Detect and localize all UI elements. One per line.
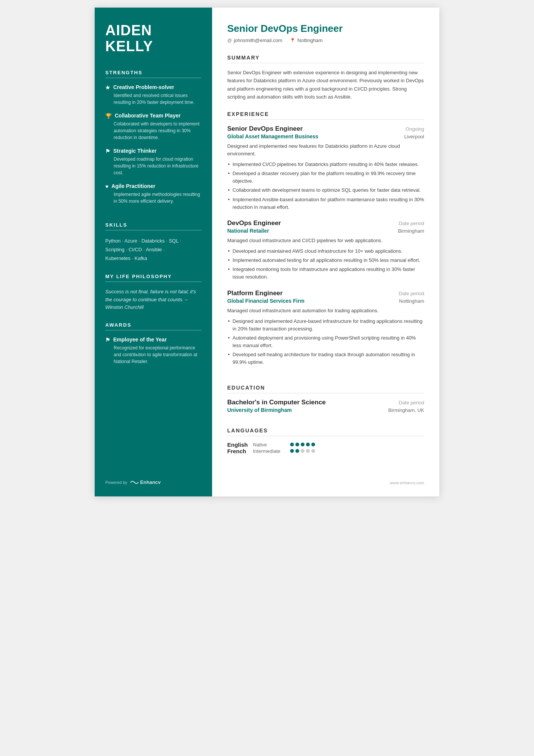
summary-text: Senior DevOps Engineer with extensive ex… <box>227 69 424 101</box>
main-footer: www.enhancv.com <box>227 473 424 485</box>
strength-3-desc: Developed roadmap for cloud migration re… <box>105 156 201 176</box>
lang-english-dots <box>290 443 315 446</box>
main-header: Senior DevOps Engineer @ johnsmith@email… <box>227 23 424 43</box>
edu-1-degree: Bachelor's in Computer Science <box>227 399 326 406</box>
education-title: EDUCATION <box>227 385 424 393</box>
exp-1-bullets: Implemented CI/CD pipelines for Databric… <box>227 161 424 211</box>
location-value: Nottingham <box>297 38 322 43</box>
strength-4-desc: Implemented agile methodologies resultin… <box>105 191 201 205</box>
dot <box>290 449 294 453</box>
exp-1-company: Global Asset Management Business <box>227 133 319 139</box>
strength-item-3: ⚑ Strategic Thinker Developed roadmap fo… <box>105 148 201 176</box>
lang-french-level: Intermediate <box>253 448 287 454</box>
award-flag-icon: ⚑ <box>105 337 110 343</box>
strength-item-4: ♥ Agile Practitioner Implemented agile m… <box>105 183 201 205</box>
awards-title: AWARDS <box>105 322 201 330</box>
exp-1-bullet-1: Implemented CI/CD pipelines for Databric… <box>227 161 424 168</box>
award-1-desc: Recognized for exceptional performance a… <box>105 344 201 365</box>
dot <box>306 449 310 453</box>
experience-entry-1: Senior DevOps Engineer Ongoing Global As… <box>227 125 424 211</box>
dot <box>311 449 315 453</box>
education-entry-1: Bachelor's in Computer Science Date peri… <box>227 399 424 413</box>
enhancv-logo-icon <box>130 480 139 485</box>
exp-2-desc: Managed cloud infrastructure and CI/CD p… <box>227 237 424 244</box>
exp-2-bullet-2: Implemented automated testing for all ap… <box>227 257 424 264</box>
email-value: johnsmith@email.com <box>234 38 282 43</box>
philosophy-text: Success is not final, failure is not fat… <box>105 288 201 311</box>
strength-2-title: Collaborative Team Player <box>115 113 181 119</box>
skills-section: SKILLS Python · Azure · Databricks · SQL… <box>105 222 201 263</box>
email-icon: @ <box>227 38 232 43</box>
enhancv-logo: Enhancv <box>130 479 161 485</box>
dot <box>301 449 304 453</box>
education-section: EDUCATION Bachelor's in Computer Science… <box>227 385 424 418</box>
dot <box>295 449 299 453</box>
trophy-icon: 🏆 <box>105 113 112 119</box>
exp-3-bullet-1: Designed and implemented Azure-based inf… <box>227 318 424 333</box>
dot <box>306 443 310 446</box>
exp-3-company: Global Financial Services Firm <box>227 298 304 304</box>
summary-title: SUMMARY <box>227 55 424 63</box>
edu-1-date: Date period <box>399 400 424 405</box>
exp-1-location: Liverpool <box>404 134 424 139</box>
exp-2-job-title: DevOps Engineer <box>227 219 281 227</box>
exp-2-company: National Retailer <box>227 228 269 234</box>
exp-2-bullet-3: Integrated monitoring tools for infrastr… <box>227 266 424 281</box>
location-contact: 📍 Nottingham <box>290 38 322 43</box>
summary-section: SUMMARY Senior DevOps Engineer with exte… <box>227 55 424 101</box>
main-content: Senior DevOps Engineer @ johnsmith@email… <box>212 8 439 496</box>
skills-title: SKILLS <box>105 222 201 230</box>
lang-english-level: Native <box>253 442 287 448</box>
location-icon: 📍 <box>290 38 295 43</box>
exp-1-bullet-4: Implemented Ansible-based automation for… <box>227 196 424 211</box>
awards-section: AWARDS ⚑ Employee of the Year Recognized… <box>105 322 201 369</box>
award-1-title: Employee of the Year <box>113 337 167 343</box>
flag-icon: ⚑ <box>105 148 110 154</box>
name-text: AIDEN KELLY <box>105 23 201 55</box>
strength-1-title: Creative Problem-solver <box>113 84 174 90</box>
exp-1-job-title: Senior DevOps Engineer <box>227 125 303 133</box>
exp-1-bullet-3: Collaborated with development teams to o… <box>227 186 424 194</box>
edu-1-location: Birmingham, UK <box>388 407 424 413</box>
exp-2-date: Date period <box>399 221 424 226</box>
strengths-section: STRENGTHS ★ Creative Problem-solver Iden… <box>105 70 201 211</box>
dot <box>295 443 299 446</box>
strength-1-desc: Identified and resolved critical issues … <box>105 92 201 106</box>
sidebar: AIDEN KELLY STRENGTHS ★ Creative Problem… <box>95 8 212 496</box>
language-english: English Native <box>227 441 315 448</box>
languages-row: English Native French Intermediate <box>227 441 424 454</box>
strength-2-desc: Collaborated with developers to implemen… <box>105 121 201 141</box>
exp-3-location: Nottingham <box>399 298 424 304</box>
exp-3-bullets: Designed and implemented Azure-based inf… <box>227 318 424 366</box>
strengths-title: STRENGTHS <box>105 70 201 78</box>
languages-section: LANGUAGES English Native French Interme <box>227 427 424 454</box>
exp-3-date: Date period <box>399 291 424 296</box>
languages-title: LANGUAGES <box>227 427 424 436</box>
exp-1-date: Ongoing <box>406 126 424 132</box>
contact-info: @ johnsmith@email.com 📍 Nottingham <box>227 38 424 43</box>
experience-entry-3: Platform Engineer Date period Global Fin… <box>227 290 424 366</box>
strength-3-title: Strategic Thinker <box>113 148 156 154</box>
exp-2-bullet-1: Developed and maintained AWS cloud infra… <box>227 247 424 255</box>
enhancv-brand-name: Enhancv <box>140 479 161 485</box>
exp-3-bullet-2: Automated deployment and provisioning us… <box>227 334 424 349</box>
lang-french-dots <box>290 449 315 453</box>
philosophy-title: MY LIFE PHILOSOPHY <box>105 274 201 282</box>
experience-title: EXPERIENCE <box>227 111 424 120</box>
experience-section: EXPERIENCE Senior DevOps Engineer Ongoin… <box>227 111 424 375</box>
language-french: French Intermediate <box>227 448 315 454</box>
dot <box>311 443 315 446</box>
star-icon: ★ <box>105 85 110 91</box>
email-contact: @ johnsmith@email.com <box>227 38 282 43</box>
lang-english-name: English <box>227 441 250 448</box>
exp-3-bullet-3: Developed self-healing architecture for … <box>227 351 424 366</box>
powered-by-label: Powered by <box>105 480 127 485</box>
exp-1-desc: Designed and implemented new features fo… <box>227 142 424 158</box>
exp-3-job-title: Platform Engineer <box>227 290 283 297</box>
job-title: Senior DevOps Engineer <box>227 23 424 34</box>
sidebar-footer: Powered by Enhancv <box>105 472 201 485</box>
strength-item-2: 🏆 Collaborative Team Player Collaborated… <box>105 113 201 141</box>
experience-entry-2: DevOps Engineer Date period National Ret… <box>227 219 424 281</box>
resume-container: AIDEN KELLY STRENGTHS ★ Creative Problem… <box>95 8 439 496</box>
strength-item-1: ★ Creative Problem-solver Identified and… <box>105 84 201 106</box>
